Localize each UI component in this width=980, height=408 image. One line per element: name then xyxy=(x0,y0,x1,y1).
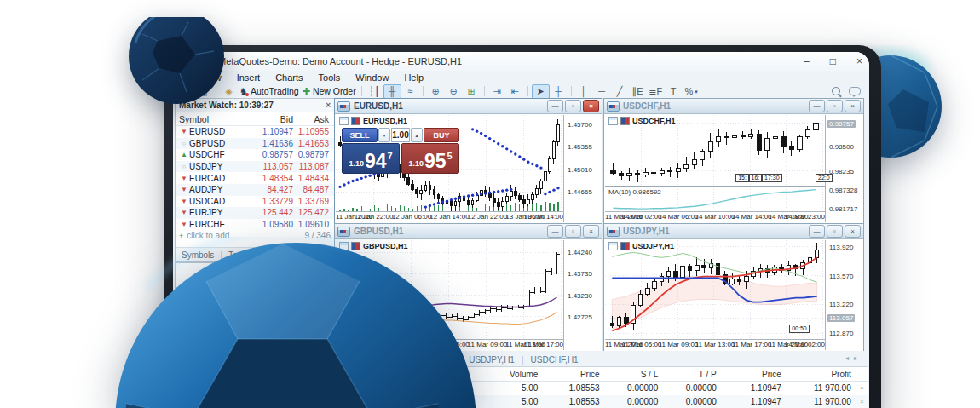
price-axis[interactable]: 113.920113.570113.220113.057112.870 xyxy=(825,240,863,350)
chart-plot-region[interactable]: 11 Jan 201011 Jan 22:0012 Jan 06:0012 Ja… xyxy=(335,114,602,223)
chart-minimize-button[interactable]: — xyxy=(809,225,825,238)
menu-item-view[interactable]: View xyxy=(193,72,229,83)
close-icon[interactable]: × xyxy=(326,101,331,110)
menu-item-charts[interactable]: Charts xyxy=(268,72,310,83)
chart-tab-usdjpy-h1[interactable]: USDJPY,H1 xyxy=(462,353,522,366)
vertical-line-icon[interactable]: │ xyxy=(575,84,593,99)
chart-close-button[interactable]: × xyxy=(845,225,861,238)
profiles-icon[interactable]: ▥ xyxy=(194,84,212,99)
close-position-icon[interactable]: × xyxy=(856,398,868,405)
market-watch-tab-trading[interactable]: Trading xyxy=(222,250,263,260)
column-symbol[interactable]: Symbol xyxy=(179,114,245,124)
chart-close-button[interactable]: × xyxy=(845,100,861,112)
column-type[interactable]: Type xyxy=(412,370,470,379)
table-row[interactable]: 2016.03.01 15:38:23buy5.001.085530.00000… xyxy=(332,395,868,408)
auto-scroll-icon[interactable]: ⇤ xyxy=(506,84,524,99)
new-chart-icon[interactable]: ▤▾ xyxy=(176,84,194,99)
column-ask[interactable]: Ask xyxy=(293,114,329,124)
chart-tab-eurusd-h1[interactable]: EURUSD,H1 xyxy=(332,352,397,366)
history-coins-icon[interactable]: ◈ xyxy=(220,84,238,99)
chart-plot-region[interactable]: 10 Mar 201610 Mar 21:0011 Mar 01:0011 Ma… xyxy=(335,239,602,351)
chart-title-bar[interactable]: EURUSD,H1—▫× xyxy=(335,99,602,114)
chart-minimize-button[interactable]: — xyxy=(809,100,825,112)
chart-close-button[interactable]: × xyxy=(583,100,599,112)
column-time[interactable]: Time xyxy=(332,370,412,379)
trend-line-icon[interactable]: ╱ xyxy=(611,84,629,99)
tile-windows-icon[interactable]: ⊞ xyxy=(463,84,481,99)
column-bid[interactable]: Bid xyxy=(245,114,293,124)
chart-title-bar[interactable]: GBPUSD,H1—▫× xyxy=(335,224,602,239)
column-sl[interactable]: S / L xyxy=(605,370,664,379)
window-maximize-button[interactable]: □ xyxy=(830,56,836,66)
market-watch-row[interactable]: ○GBPUSD1.416361.41653 xyxy=(176,138,334,150)
chart-restore-button[interactable]: ▫ xyxy=(827,100,843,112)
time-axis[interactable]: 11 Mar 201611 Mar 05:0011 Mar 09:0011 Ma… xyxy=(605,339,825,350)
time-axis[interactable]: 11 Mar 201614 Mar 02:0014 Mar 06:0014 Ma… xyxy=(605,211,825,222)
chart-minimize-button[interactable]: — xyxy=(547,100,563,112)
chart-minimize-button[interactable]: — xyxy=(547,225,563,238)
chart-plot-region[interactable]: 11 Mar 201614 Mar 02:0014 Mar 06:0014 Ma… xyxy=(604,114,863,223)
menu-item-help[interactable]: Help xyxy=(396,72,431,83)
market-watch-row[interactable]: ▼EURCHF1.095801.09610 xyxy=(176,219,334,231)
chart-restore-button[interactable]: ▫ xyxy=(565,100,581,112)
new-order-icon[interactable]: ✚New Order xyxy=(301,84,358,99)
buy-button[interactable]: BUY xyxy=(424,128,459,142)
table-row[interactable]: 2016.03.01 15:37:23buy5.001.085530.00000… xyxy=(332,382,868,395)
buy-price-panel[interactable]: 1.10955 xyxy=(401,143,459,174)
horizontal-line-icon[interactable]: ─ xyxy=(593,84,611,99)
text-tool-icon[interactable]: T xyxy=(665,84,683,99)
chart-restore-button[interactable]: ▫ xyxy=(565,225,581,238)
time-axis[interactable]: 11 Jan 201011 Jan 22:0012 Jan 06:0012 Ja… xyxy=(336,211,563,222)
market-watch-tab-ticks[interactable]: Ticks xyxy=(265,250,297,260)
chart-tab-gbpusd-h1[interactable]: GBPUSD,H1 xyxy=(397,353,460,366)
fibonacci-icon[interactable]: ≣F xyxy=(647,84,665,99)
shift-end-icon[interactable]: ⇥ xyxy=(488,84,506,99)
close-position-icon[interactable]: × xyxy=(856,384,868,392)
market-watch-tab-symbols[interactable]: Symbols xyxy=(176,250,220,260)
window-close-button[interactable]: × xyxy=(856,56,862,66)
autotrading-icon[interactable]: ♞AutoTrading xyxy=(238,84,301,99)
zoom-out-icon[interactable]: ⊖ xyxy=(445,84,463,99)
bar-chart-mode-icon[interactable]: ┆┃ xyxy=(366,84,383,99)
time-axis[interactable]: 10 Mar 201610 Mar 21:0011 Mar 01:0011 Ma… xyxy=(336,339,563,350)
market-watch-row[interactable]: ▲USDCHF0.987570.98797 xyxy=(176,149,334,161)
crosshair-icon[interactable]: ┼ xyxy=(550,84,568,99)
chat-icon[interactable] xyxy=(849,87,861,95)
menu-item-window[interactable]: Window xyxy=(348,72,396,83)
sell-price-panel[interactable]: 1.10947 xyxy=(342,143,400,174)
column-price[interactable]: Price xyxy=(543,370,604,379)
add-symbol-row[interactable]: + click to add... 9 / 346 xyxy=(176,230,334,241)
market-watch-row[interactable]: ▼EURUSD1.109471.10955 xyxy=(176,126,334,138)
market-watch-row[interactable]: ▼USDCAD1.337291.33769 xyxy=(176,196,334,208)
column-price[interactable]: Price xyxy=(722,370,787,379)
tab-scroll-arrows[interactable]: ◂▸ xyxy=(845,354,862,362)
chart-title-bar[interactable]: USDCHF,H1—▫× xyxy=(604,99,863,114)
volume-increase-button[interactable]: ▴ xyxy=(411,128,423,142)
menu-item-tools[interactable]: Tools xyxy=(311,72,349,83)
column-profit[interactable]: Profit xyxy=(787,370,856,379)
arrows-tool-icon[interactable]: %▾ xyxy=(683,84,700,99)
market-watch-row[interactable]: ○USDJPY113.057113.087 xyxy=(176,161,334,173)
chart-plot-region[interactable]: 11 Mar 201611 Mar 05:0011 Mar 09:0011 Ma… xyxy=(604,239,863,351)
volume-input[interactable]: 1.00 xyxy=(391,128,409,142)
close-icon[interactable]: × xyxy=(326,265,331,274)
market-watch-row[interactable]: ▼AUDJPY84.42784.487 xyxy=(176,184,334,196)
cursor-icon[interactable]: ➤ xyxy=(532,84,550,99)
line-chart-mode-icon[interactable]: ≈ xyxy=(401,84,419,99)
candle-chart-mode-icon[interactable]: ╫ xyxy=(383,84,401,99)
equidistant-channel-icon[interactable]: ∥E xyxy=(629,84,647,99)
market-watch-row[interactable]: ▼EURJPY125.442125.472 xyxy=(176,207,334,219)
column-volume[interactable]: Volume xyxy=(470,370,544,379)
market-watch-row[interactable]: ▼EURCAD1.483541.48434 xyxy=(176,172,334,184)
window-minimize-button[interactable]: – xyxy=(804,56,810,66)
chart-restore-button[interactable]: ▫ xyxy=(827,225,843,238)
search-icon[interactable] xyxy=(832,87,840,95)
price-axis[interactable]: 0.9873280.9817170.987570.985000.98235 xyxy=(825,115,863,222)
chart-tab-usdchf-h1[interactable]: USDCHF,H1 xyxy=(524,353,585,366)
sell-button[interactable]: SELL xyxy=(342,128,378,142)
zoom-in-icon[interactable]: ⊕ xyxy=(427,84,445,99)
chart-title-bar[interactable]: USDJPY,H1—▫× xyxy=(604,224,863,239)
chart-close-button[interactable]: × xyxy=(583,225,599,238)
volume-decrease-button[interactable]: ▾ xyxy=(378,128,390,142)
price-axis[interactable]: 1.457001.453551.450101.44665 xyxy=(563,115,602,222)
